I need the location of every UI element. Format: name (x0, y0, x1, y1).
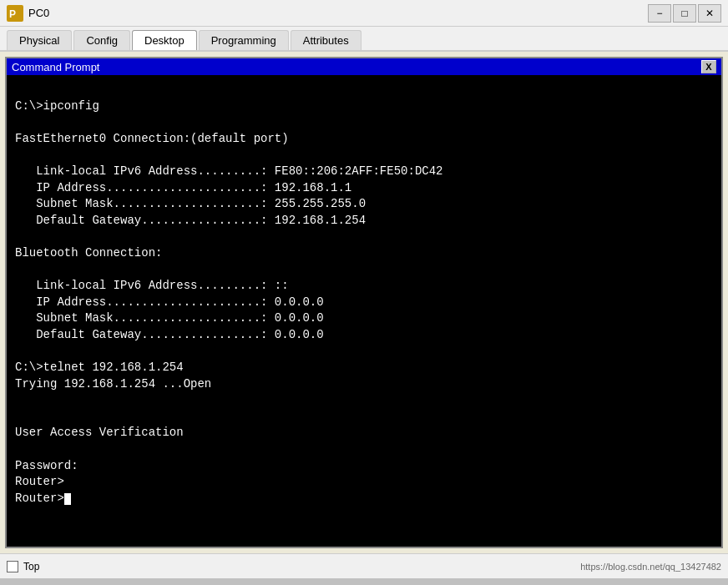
window-title: PC0 (28, 7, 49, 19)
tab-config[interactable]: Config (73, 30, 130, 50)
cmd-body[interactable]: C:\>ipconfig FastEthernet0 Connection:(d… (7, 75, 721, 547)
cmd-titlebar: Command Prompt X (7, 58, 721, 75)
status-link: https://blog.csdn.net/qq_13427482 (580, 562, 721, 572)
title-bar: P PC0 − □ ✕ (0, 0, 728, 27)
top-checkbox[interactable] (7, 561, 18, 572)
tab-programming[interactable]: Programming (199, 30, 289, 50)
tab-desktop[interactable]: Desktop (132, 30, 197, 50)
title-bar-left: P PC0 (7, 5, 49, 22)
command-prompt-window: Command Prompt X C:\>ipconfig FastEthern… (5, 57, 723, 548)
tab-bar: Physical Config Desktop Programming Attr… (0, 27, 728, 52)
cmd-close-button[interactable]: X (701, 60, 716, 73)
status-bar: Top https://blog.csdn.net/qq_13427482 (0, 553, 728, 578)
app-icon: P (7, 5, 23, 22)
cursor-blink (64, 493, 71, 505)
tab-attributes[interactable]: Attributes (291, 30, 361, 50)
close-button[interactable]: ✕ (698, 4, 721, 23)
tab-physical[interactable]: Physical (7, 30, 72, 50)
cmd-window-title: Command Prompt (12, 61, 99, 73)
title-controls: − □ ✕ (648, 4, 721, 23)
top-label: Top (23, 561, 39, 572)
main-content: Command Prompt X C:\>ipconfig FastEthern… (0, 52, 728, 553)
maximize-button[interactable]: □ (673, 4, 696, 23)
svg-text:P: P (9, 8, 16, 20)
status-left: Top (7, 561, 39, 572)
minimize-button[interactable]: − (648, 4, 671, 23)
